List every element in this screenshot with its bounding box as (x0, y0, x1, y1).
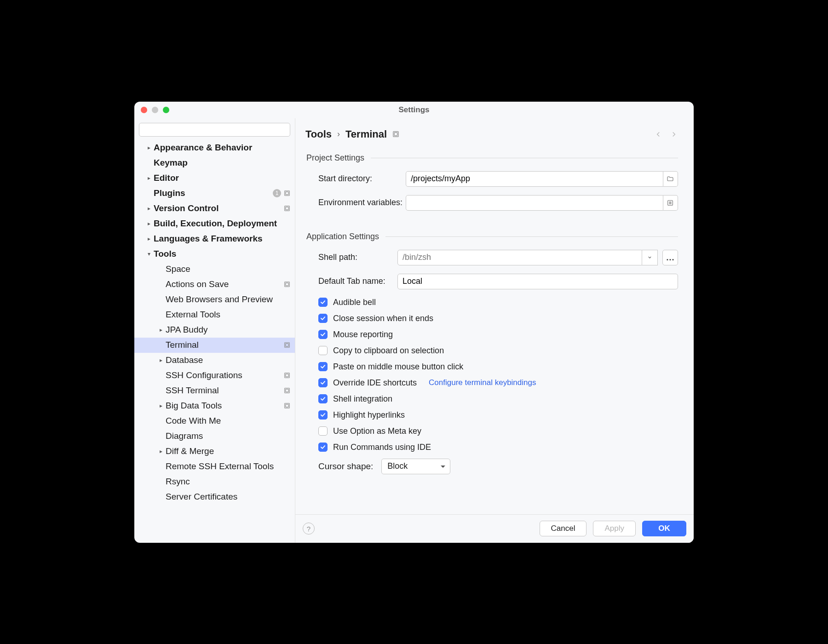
project-scope-icon (392, 131, 399, 138)
sidebar-item-web-browsers-and-preview[interactable]: Web Browsers and Preview (134, 292, 295, 307)
titlebar: Settings (134, 102, 694, 118)
sidebar-item-remote-ssh-external-tools[interactable]: Remote SSH External Tools (134, 459, 295, 474)
svg-rect-2 (285, 191, 290, 196)
project-scope-icon (284, 205, 290, 212)
project-scope-icon (284, 190, 290, 196)
sidebar-item-label: Diagrams (166, 431, 290, 441)
help-button[interactable]: ? (303, 523, 315, 535)
checkbox-row: Shell integration (305, 394, 678, 404)
shell-integration-checkbox[interactable] (318, 394, 328, 403)
project-settings-legend: Project Settings (305, 153, 371, 163)
sidebar-item-label: Editor (154, 173, 290, 183)
close-session-when-it-ends-label: Close session when it ends (333, 314, 433, 323)
override-ide-shortcuts-checkbox[interactable] (318, 378, 328, 387)
expand-arrow-icon: ▸ (156, 327, 166, 333)
settings-content: Tools › Terminal Project Settings Start … (295, 118, 694, 543)
sidebar-item-label: Languages & Frameworks (154, 234, 290, 244)
sidebar-item-database[interactable]: ▸Database (134, 353, 295, 368)
sidebar-item-label: Web Browsers and Preview (166, 294, 290, 305)
cursor-shape-select[interactable]: Block (381, 459, 450, 474)
breadcrumb-root: Tools (305, 128, 332, 140)
run-commands-using-ide-checkbox[interactable] (318, 443, 328, 452)
audible-bell-checkbox[interactable] (318, 298, 328, 307)
settings-search-input[interactable] (139, 123, 290, 137)
default-tab-input[interactable] (397, 274, 678, 289)
copy-to-clipboard-on-selection-checkbox[interactable] (318, 346, 328, 355)
maximize-window-button[interactable] (163, 107, 169, 113)
svg-rect-4 (285, 206, 290, 211)
configure-keybindings-link[interactable]: Configure terminal keybindings (429, 378, 536, 387)
checkbox-row: Mouse reporting (305, 330, 678, 339)
svg-rect-5 (286, 207, 288, 210)
ok-button[interactable]: OK (642, 521, 686, 536)
use-option-as-meta-key-checkbox[interactable] (318, 426, 328, 436)
sidebar-item-big-data-tools[interactable]: ▸Big Data Tools (134, 398, 295, 414)
sidebar-item-ssh-terminal[interactable]: SSH Terminal (134, 383, 295, 398)
expand-arrow-icon: ▸ (144, 175, 154, 181)
close-window-button[interactable] (141, 107, 147, 113)
sidebar-item-diagrams[interactable]: Diagrams (134, 429, 295, 444)
start-directory-input[interactable] (406, 171, 663, 187)
svg-rect-8 (285, 343, 290, 348)
checkbox-row: Copy to clipboard on selection (305, 346, 678, 356)
sidebar-item-actions-on-save[interactable]: Actions on Save (134, 277, 295, 292)
sidebar-item-server-certificates[interactable]: Server Certificates (134, 489, 295, 505)
sidebar-item-label: Server Certificates (166, 492, 290, 502)
sidebar-item-rsync[interactable]: Rsync (134, 474, 295, 489)
override-ide-shortcuts-label: Override IDE shortcuts (333, 378, 417, 388)
sidebar-item-plugins[interactable]: Plugins1 (134, 186, 295, 201)
mouse-reporting-label: Mouse reporting (333, 330, 393, 339)
sidebar-item-keymap[interactable]: Keymap (134, 155, 295, 171)
svg-rect-6 (285, 282, 290, 287)
checkbox-row: Run Commands using IDE (305, 443, 678, 452)
cancel-button[interactable]: Cancel (540, 521, 587, 536)
sidebar-item-version-control[interactable]: ▸Version Control (134, 201, 295, 216)
minimize-window-button[interactable] (152, 107, 158, 113)
svg-rect-11 (286, 374, 288, 377)
run-commands-using-ide-label: Run Commands using IDE (333, 443, 431, 452)
folder-icon (667, 175, 674, 183)
sidebar-item-label: Remote SSH External Tools (166, 461, 290, 472)
checkbox-row: Paste on middle mouse button click (305, 362, 678, 372)
sidebar-item-terminal[interactable]: Terminal (134, 338, 295, 353)
list-icon (667, 199, 674, 207)
shell-path-browse-button[interactable]: … (662, 250, 678, 265)
shell-path-dropdown-button[interactable] (642, 250, 658, 265)
sidebar-item-diff-merge[interactable]: ▸Diff & Merge (134, 444, 295, 459)
env-vars-edit-button[interactable] (663, 195, 678, 211)
sidebar-item-space[interactable]: Space (134, 262, 295, 277)
mouse-reporting-checkbox[interactable] (318, 330, 328, 339)
sidebar-item-editor[interactable]: ▸Editor (134, 171, 295, 186)
sidebar-item-jpa-buddy[interactable]: ▸JPA Buddy (134, 322, 295, 338)
env-vars-input[interactable] (406, 195, 663, 211)
paste-on-middle-mouse-button-click-checkbox[interactable] (318, 362, 328, 371)
expand-arrow-icon: ▸ (144, 144, 154, 151)
svg-rect-7 (286, 283, 288, 286)
cursor-shape-value: Block (387, 461, 408, 471)
sidebar-item-languages-frameworks[interactable]: ▸Languages & Frameworks (134, 231, 295, 247)
browse-directory-button[interactable] (663, 171, 678, 187)
sidebar-item-tools[interactable]: ▾Tools (134, 247, 295, 262)
sidebar-item-ssh-configurations[interactable]: SSH Configurations (134, 368, 295, 383)
settings-tree[interactable]: ▸Appearance & BehaviorKeymap▸EditorPlugi… (134, 140, 295, 543)
sidebar-item-label: Space (166, 264, 290, 274)
default-tab-label: Default Tab name: (318, 276, 397, 286)
sidebar-item-label: Plugins (154, 188, 273, 198)
settings-sidebar: ▸Appearance & BehaviorKeymap▸EditorPlugi… (134, 118, 295, 543)
breadcrumb-leaf: Terminal (345, 128, 387, 140)
start-directory-label: Start directory: (318, 174, 406, 184)
shell-path-input[interactable] (397, 250, 642, 265)
close-session-when-it-ends-checkbox[interactable] (318, 314, 328, 323)
apply-button[interactable]: Apply (593, 521, 636, 536)
sidebar-item-external-tools[interactable]: External Tools (134, 307, 295, 322)
sidebar-item-build-execution-deployment[interactable]: ▸Build, Execution, Deployment (134, 216, 295, 231)
sidebar-item-label: Terminal (166, 340, 284, 350)
expand-arrow-icon: ▸ (144, 205, 154, 212)
sidebar-item-code-with-me[interactable]: Code With Me (134, 414, 295, 429)
project-settings-group: Project Settings Start directory: (305, 153, 678, 219)
highlight-hyperlinks-checkbox[interactable] (318, 410, 328, 420)
sidebar-item-appearance-behavior[interactable]: ▸Appearance & Behavior (134, 140, 295, 155)
nav-back-icon[interactable] (654, 130, 662, 138)
nav-forward-icon[interactable] (670, 130, 678, 138)
breadcrumb: Tools › Terminal (305, 128, 399, 140)
